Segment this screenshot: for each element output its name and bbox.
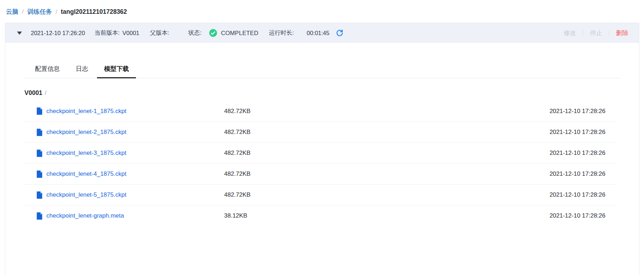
file-size: 482.72KB — [224, 191, 373, 198]
caret-down-icon[interactable] — [17, 32, 22, 35]
file-download-link[interactable]: checkpoint_lenet-4_1875.ckpt — [46, 170, 126, 178]
action-divider — [609, 30, 609, 36]
status-badge: COMPLETED — [221, 30, 258, 37]
table-row: checkpoint_lenet-2_1875.ckpt 482.72KB 20… — [24, 122, 616, 142]
table-row: checkpoint_lenet-1_1875.ckpt 482.72KB 20… — [24, 101, 616, 122]
file-size: 482.72KB — [224, 150, 373, 157]
task-detail-card: 2021-12-10 17:26:20 当前版本: V0001 父版本: 状态:… — [5, 23, 639, 275]
delete-button[interactable]: 删除 — [616, 29, 628, 37]
parent-version-label: 父版本: — [150, 29, 169, 37]
tab-bar: 配置信息 日志 模型下载 — [24, 60, 621, 78]
table-row: checkpoint_lenet-5_1875.ckpt 482.72KB 20… — [24, 184, 616, 205]
file-modified-time: 2021-12-10 17:28:26 — [373, 129, 616, 136]
breadcrumb-separator: / — [56, 8, 57, 16]
file-size: 38.12KB — [224, 212, 373, 219]
modify-button[interactable]: 修改 — [564, 29, 576, 37]
file-download-link[interactable]: checkpoint_lenet-2_1875.ckpt — [46, 129, 126, 136]
model-path-row: V0001/ — [24, 89, 621, 97]
job-created-time: 2021-12-10 17:26:20 — [31, 30, 85, 37]
file-icon — [36, 191, 42, 199]
path-version-link[interactable]: V0001 — [24, 89, 42, 96]
file-modified-time: 2021-12-10 17:28:26 — [373, 150, 616, 157]
file-icon — [36, 129, 42, 136]
file-name-cell: checkpoint_lenet-2_1875.ckpt — [24, 129, 224, 136]
breadcrumb-link-training-tasks[interactable]: 训练任务 — [27, 7, 52, 16]
file-icon — [36, 170, 42, 178]
file-download-link[interactable]: checkpoint_lenet-graph.meta — [46, 212, 124, 219]
table-row: checkpoint_lenet-3_1875.ckpt 482.72KB 20… — [24, 142, 616, 163]
job-actions: 修改 停止 删除 — [564, 29, 628, 37]
refresh-icon[interactable] — [336, 29, 344, 37]
file-icon — [36, 107, 42, 115]
file-name-cell: checkpoint_lenet-5_1875.ckpt — [24, 191, 224, 199]
file-download-link[interactable]: checkpoint_lenet-3_1875.ckpt — [46, 150, 126, 157]
file-name-cell: checkpoint_lenet-4_1875.ckpt — [24, 170, 224, 178]
action-divider — [583, 30, 583, 36]
tab-config-info[interactable]: 配置信息 — [28, 60, 67, 78]
table-row: checkpoint_lenet-4_1875.ckpt 482.72KB 20… — [24, 163, 616, 184]
file-name-cell: checkpoint_lenet-1_1875.ckpt — [24, 107, 224, 115]
stop-button[interactable]: 停止 — [590, 29, 602, 37]
file-size: 482.72KB — [224, 170, 373, 178]
breadcrumb-separator: / — [22, 8, 24, 16]
model-file-table: checkpoint_lenet-1_1875.ckpt 482.72KB 20… — [24, 101, 616, 226]
job-version-header: 2021-12-10 17:26:20 当前版本: V0001 父版本: 状态:… — [5, 23, 639, 43]
check-circle-icon — [209, 29, 217, 37]
file-modified-time: 2021-12-10 17:28:26 — [373, 212, 616, 219]
file-modified-time: 2021-12-10 17:28:26 — [373, 170, 616, 178]
table-row: checkpoint_lenet-graph.meta 38.12KB 2021… — [24, 205, 616, 226]
breadcrumb: 云脑 / 训练任务 / tangl202112101728362 — [0, 0, 644, 16]
file-modified-time: 2021-12-10 17:28:26 — [373, 108, 616, 115]
breadcrumb-link-cloudbrain[interactable]: 云脑 — [6, 7, 18, 16]
current-version-label: 当前版本: — [95, 29, 120, 37]
file-size: 482.72KB — [224, 129, 373, 136]
tab-content-area: 配置信息 日志 模型下载 V0001/ checkpoint_lenet-1_1… — [5, 60, 639, 226]
tab-logs[interactable]: 日志 — [69, 60, 95, 78]
duration-value: 00:01:45 — [307, 30, 329, 37]
status-label: 状态: — [188, 29, 202, 37]
breadcrumb-current-task: tangl202112101728362 — [61, 8, 127, 16]
file-modified-time: 2021-12-10 17:28:26 — [373, 191, 616, 198]
path-separator: / — [45, 90, 47, 96]
duration-label: 运行时长: — [269, 29, 294, 37]
current-version-value: V0001 — [122, 30, 139, 37]
tab-model-download[interactable]: 模型下载 — [97, 60, 136, 78]
file-name-cell: checkpoint_lenet-3_1875.ckpt — [24, 150, 224, 157]
file-download-link[interactable]: checkpoint_lenet-5_1875.ckpt — [46, 191, 126, 198]
file-icon — [36, 212, 42, 220]
file-download-link[interactable]: checkpoint_lenet-1_1875.ckpt — [46, 108, 126, 115]
file-name-cell: checkpoint_lenet-graph.meta — [24, 212, 224, 220]
file-icon — [36, 150, 42, 157]
file-size: 482.72KB — [224, 108, 373, 115]
